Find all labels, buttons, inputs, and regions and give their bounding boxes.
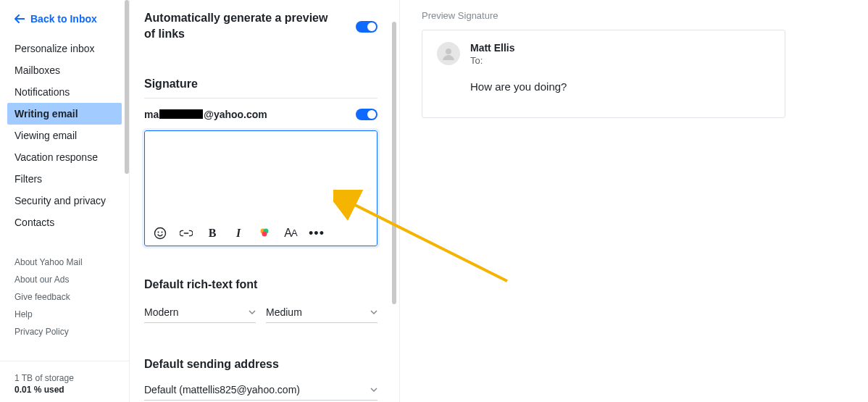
divider xyxy=(144,98,377,99)
signature-editor: B I AA ••• xyxy=(144,130,377,246)
settings-sidebar: Back to Inbox Personalize inbox Mailboxe… xyxy=(0,0,130,402)
nav-mailboxes[interactable]: Mailboxes xyxy=(0,59,129,81)
footer-feedback[interactable]: Give feedback xyxy=(0,288,129,306)
nav-contacts[interactable]: Contacts xyxy=(0,212,129,233)
more-icon[interactable]: ••• xyxy=(310,227,323,240)
nav-writing-email[interactable]: Writing email xyxy=(7,103,122,125)
back-to-inbox-link[interactable]: Back to Inbox xyxy=(0,13,129,38)
font-size-select[interactable]: Medium xyxy=(266,302,377,323)
default-address-heading: Default sending address xyxy=(144,356,377,372)
footer-help[interactable]: Help xyxy=(0,306,129,323)
default-font-heading: Default rich-text font xyxy=(144,277,377,293)
footer-about-ads[interactable]: About our Ads xyxy=(0,271,129,288)
svg-point-0 xyxy=(155,227,166,238)
nav-personalize[interactable]: Personalize inbox xyxy=(0,38,129,59)
preview-title: Preview Signature xyxy=(422,10,851,21)
back-label: Back to Inbox xyxy=(30,13,97,25)
preview-panel: Preview Signature Matt Ellis To: How are… xyxy=(399,0,868,402)
chevron-down-icon xyxy=(370,310,377,314)
nav-filters[interactable]: Filters xyxy=(0,168,129,190)
account-email: ma @yahoo.com xyxy=(144,109,267,120)
footer-privacy[interactable]: Privacy Policy xyxy=(0,323,129,340)
preview-from: Matt Ellis xyxy=(470,42,514,54)
svg-point-6 xyxy=(446,49,451,54)
person-icon xyxy=(441,46,456,62)
preview-body: How are you doing? xyxy=(470,80,770,93)
preview-card: Matt Ellis To: How are you doing? xyxy=(422,30,785,118)
signature-toggle[interactable] xyxy=(356,109,377,120)
footer-links: About Yahoo Mail About our Ads Give feed… xyxy=(0,254,129,340)
emoji-icon[interactable] xyxy=(154,227,167,240)
font-family-select[interactable]: Modern xyxy=(144,302,256,323)
panel-scrollbar[interactable] xyxy=(392,22,396,304)
font-family-value: Modern xyxy=(144,306,178,318)
nav-security[interactable]: Security and privacy xyxy=(0,190,129,212)
svg-point-2 xyxy=(162,231,163,233)
editor-toolbar: B I AA ••• xyxy=(145,221,377,246)
sidebar-scrollbar[interactable] xyxy=(125,0,129,174)
avatar xyxy=(437,42,460,65)
settings-panel: Automatically generate a preview of link… xyxy=(130,0,392,402)
signature-heading: Signature xyxy=(144,76,377,92)
redacted-text xyxy=(159,109,203,119)
signature-account-row: ma @yahoo.com xyxy=(144,109,377,120)
signature-textarea[interactable] xyxy=(145,131,377,221)
nav-notifications[interactable]: Notifications xyxy=(0,81,129,103)
nav-viewing-email[interactable]: Viewing email xyxy=(0,125,129,146)
link-icon[interactable] xyxy=(180,227,193,240)
storage-info: 1 TB of storage 0.01 % used xyxy=(0,361,129,402)
settings-nav: Personalize inbox Mailboxes Notification… xyxy=(0,38,129,233)
auto-preview-heading: Automatically generate a preview of link… xyxy=(144,10,333,41)
arrow-left-icon xyxy=(14,14,25,23)
font-size-value: Medium xyxy=(266,306,302,318)
italic-button[interactable]: I xyxy=(232,227,245,240)
nav-vacation[interactable]: Vacation response xyxy=(0,146,129,168)
chevron-down-icon xyxy=(370,388,377,392)
storage-used: 0.01 % used xyxy=(14,385,114,395)
svg-point-1 xyxy=(158,231,159,233)
font-size-icon[interactable]: AA xyxy=(284,227,297,240)
bold-button[interactable]: B xyxy=(206,227,219,240)
footer-about-yahoo[interactable]: About Yahoo Mail xyxy=(0,254,129,271)
color-icon[interactable] xyxy=(258,227,271,240)
svg-point-5 xyxy=(262,231,267,236)
auto-preview-toggle[interactable] xyxy=(356,21,377,33)
chevron-down-icon xyxy=(249,310,256,314)
default-address-value: Default (mattellis825@yahoo.com) xyxy=(144,384,300,395)
default-address-select[interactable]: Default (mattellis825@yahoo.com) xyxy=(144,380,377,401)
preview-to: To: xyxy=(470,55,514,66)
storage-total: 1 TB of storage xyxy=(14,373,114,383)
